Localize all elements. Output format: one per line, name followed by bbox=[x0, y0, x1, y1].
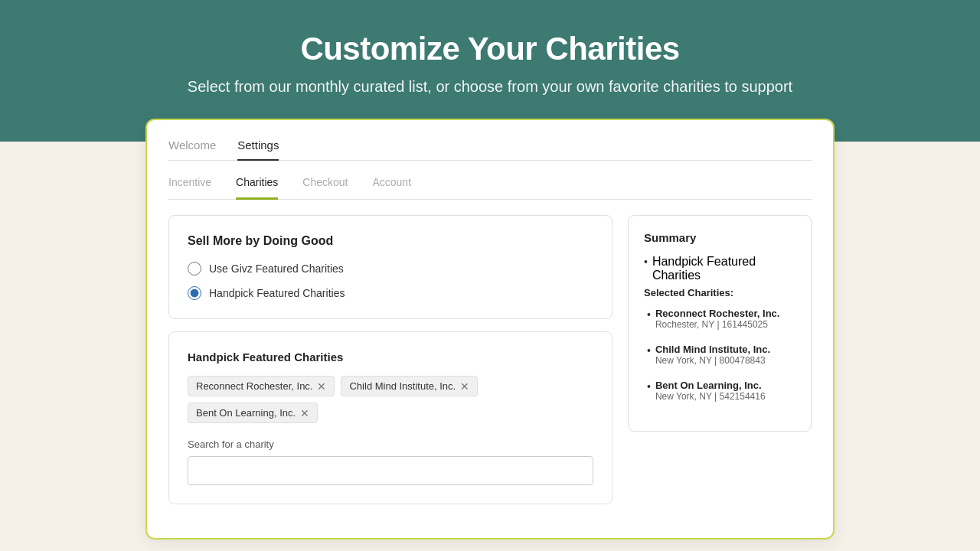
content-area: Sell More by Doing Good Use Givz Feature… bbox=[168, 215, 812, 517]
charity3-location: New York, NY | 542154416 bbox=[655, 391, 766, 402]
tab-welcome[interactable]: Welcome bbox=[168, 139, 216, 161]
tab-settings[interactable]: Settings bbox=[237, 139, 279, 161]
radio-input-handpick[interactable] bbox=[188, 286, 201, 300]
charity1-details: Reconnect Rochester, Inc. Rochester, NY … bbox=[655, 308, 780, 330]
tab-account[interactable]: Account bbox=[372, 176, 411, 200]
search-label: Search for a charity bbox=[188, 439, 593, 450]
side-panel: Summary • Handpick Featured Charities Se… bbox=[628, 215, 812, 517]
radio-label-use-givz: Use Givz Featured Charities bbox=[209, 262, 344, 275]
tag-child-mind-remove[interactable]: ✕ bbox=[460, 381, 469, 392]
charity2-location: New York, NY | 800478843 bbox=[655, 355, 770, 366]
charity3-details: Bent On Learning, Inc. New York, NY | 54… bbox=[655, 380, 766, 402]
charity3-name: Bent On Learning, Inc. bbox=[655, 380, 766, 391]
sell-more-title: Sell More by Doing Good bbox=[188, 234, 593, 248]
charity1-bullet: • bbox=[647, 308, 651, 321]
summary-featured-row: • Handpick Featured Charities bbox=[644, 255, 795, 282]
summary-featured-label: Handpick Featured Charities bbox=[652, 255, 795, 282]
summary-charity-3: • Bent On Learning, Inc. New York, NY | … bbox=[647, 380, 795, 411]
search-input[interactable] bbox=[188, 456, 593, 485]
sell-more-card: Sell More by Doing Good Use Givz Feature… bbox=[168, 215, 612, 319]
page-subtitle: Select from our monthly curated list, or… bbox=[15, 78, 965, 96]
tag-reconnect-label: Reconnect Rochester, Inc. bbox=[196, 380, 312, 392]
tab-charities[interactable]: Charities bbox=[236, 176, 278, 200]
radio-handpick[interactable]: Handpick Featured Charities bbox=[188, 286, 593, 300]
tag-bent: Bent On Learning, Inc. ✕ bbox=[188, 403, 318, 423]
tag-child-mind-label: Child Mind Institute, Inc. bbox=[349, 380, 456, 392]
selected-charities-label: Selected Charities: bbox=[644, 287, 795, 298]
top-nav: Welcome Settings bbox=[168, 139, 812, 161]
summary-title: Summary bbox=[644, 231, 795, 244]
summary-charities-list: • Reconnect Rochester, Inc. Rochester, N… bbox=[644, 308, 795, 411]
summary-card: Summary • Handpick Featured Charities Se… bbox=[628, 215, 812, 432]
body-section: Welcome Settings Incentive Charities Che… bbox=[0, 142, 980, 551]
charity2-details: Child Mind Institute, Inc. New York, NY … bbox=[655, 344, 770, 366]
tag-child-mind: Child Mind Institute, Inc. ✕ bbox=[341, 376, 478, 396]
main-panel: Sell More by Doing Good Use Givz Feature… bbox=[168, 215, 612, 517]
charity2-name: Child Mind Institute, Inc. bbox=[655, 344, 770, 355]
handpick-card: Handpick Featured Charities Reconnect Ro… bbox=[168, 331, 612, 504]
featured-bullet-dot: • bbox=[644, 256, 648, 268]
tag-bent-remove[interactable]: ✕ bbox=[300, 408, 309, 419]
charity1-location: Rochester, NY | 161445025 bbox=[655, 319, 780, 330]
radio-input-use-givz[interactable] bbox=[188, 262, 201, 276]
charity2-bullet: • bbox=[647, 344, 651, 357]
summary-charity-1: • Reconnect Rochester, Inc. Rochester, N… bbox=[647, 308, 795, 339]
radio-group: Use Givz Featured Charities Handpick Fea… bbox=[188, 262, 593, 300]
tags-area: Reconnect Rochester, Inc. ✕ Child Mind I… bbox=[188, 376, 593, 423]
main-card: Welcome Settings Incentive Charities Che… bbox=[145, 119, 835, 540]
tab-checkout[interactable]: Checkout bbox=[302, 176, 348, 200]
charity1-name: Reconnect Rochester, Inc. bbox=[655, 308, 780, 319]
summary-charity-2: • Child Mind Institute, Inc. New York, N… bbox=[647, 344, 795, 375]
radio-use-givz[interactable]: Use Givz Featured Charities bbox=[188, 262, 593, 276]
page-title: Customize Your Charities bbox=[15, 31, 965, 67]
second-nav: Incentive Charities Checkout Account bbox=[168, 176, 812, 200]
radio-label-handpick: Handpick Featured Charities bbox=[209, 287, 345, 299]
tag-reconnect: Reconnect Rochester, Inc. ✕ bbox=[188, 376, 335, 396]
tag-bent-label: Bent On Learning, Inc. bbox=[196, 407, 296, 419]
tag-reconnect-remove[interactable]: ✕ bbox=[317, 381, 326, 392]
tab-incentive[interactable]: Incentive bbox=[168, 176, 211, 200]
handpick-title: Handpick Featured Charities bbox=[188, 350, 593, 364]
charity3-bullet: • bbox=[647, 380, 651, 393]
